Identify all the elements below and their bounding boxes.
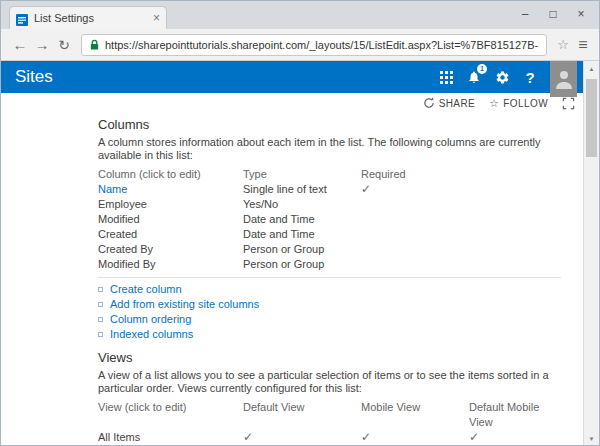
column-name-link[interactable]: Created By [98, 242, 243, 257]
browser-toolbar: ← → ↻ https://sharepointtutorials.sharep… [1, 29, 600, 61]
required-check-icon [361, 212, 561, 227]
columns-table-header: Column (click to edit) Type Required [98, 167, 561, 182]
browser-tab[interactable]: List Settings × [9, 6, 167, 29]
required-check-icon [361, 257, 561, 272]
mobile-view-check-icon: ✓ [361, 430, 469, 445]
link-label: Column ordering [110, 312, 191, 327]
column-row: Employee Yes/No [98, 197, 561, 212]
columns-description: A column stores information about each i… [98, 136, 561, 162]
column-type: Date and Time [243, 227, 361, 242]
link-label: Add from existing site columns [110, 297, 259, 312]
column-row: Created Date and Time [98, 227, 561, 242]
header-column-type: Type [243, 167, 361, 182]
user-avatar[interactable] [550, 61, 577, 97]
share-button[interactable]: SHARE [423, 97, 475, 109]
maximize-button[interactable]: □ [539, 1, 567, 27]
app-launcher-button[interactable] [432, 61, 460, 93]
column-row: Modified By Person or Group [98, 257, 561, 272]
site-title: Sites [1, 67, 432, 87]
views-description: A view of a list allows you to see a par… [98, 369, 561, 395]
page-body: SHARE ☆ FOLLOW Columns A column stores i… [1, 93, 585, 446]
vertical-scrollbar[interactable]: ▲ ▼ [583, 61, 599, 446]
follow-button[interactable]: ☆ FOLLOW [489, 97, 548, 110]
views-table: View (click to edit) Default View Mobile… [98, 400, 561, 445]
views-section: Views A view of a list allows you to see… [98, 350, 561, 446]
column-name-link[interactable]: Modified By [98, 257, 243, 272]
bookmark-star-icon[interactable]: ☆ [553, 37, 573, 52]
column-row: Name Single line of text ✓ [98, 182, 561, 197]
share-label: SHARE [439, 98, 475, 109]
scroll-up-icon[interactable]: ▲ [584, 61, 599, 77]
forward-icon[interactable]: → [31, 30, 53, 60]
view-name-link[interactable]: All Items [98, 430, 243, 445]
scrollbar-thumb[interactable] [586, 79, 597, 157]
view-row: All Items ✓ ✓ ✓ [98, 430, 561, 445]
required-check-icon [361, 227, 561, 242]
help-button[interactable]: ? [516, 61, 544, 93]
column-name-link[interactable]: Created [98, 227, 243, 242]
column-type: Person or Group [243, 257, 361, 272]
add-from-existing-site-columns-link[interactable]: Add from existing site columns [98, 297, 561, 312]
settings-content: Columns A column stores information abou… [1, 113, 585, 446]
header-default-view: Default View [243, 400, 361, 430]
waffle-icon [440, 71, 453, 84]
focus-icon [562, 97, 575, 110]
focus-on-content-button[interactable] [562, 97, 575, 110]
square-bullet-icon [98, 332, 103, 337]
notifications-button[interactable]: 1 [460, 61, 488, 93]
url-text: https://sharepointtutorials.sharepoint.c… [105, 39, 539, 51]
page-actions: SHARE ☆ FOLLOW [1, 93, 585, 113]
link-label: Indexed columns [110, 327, 193, 342]
header-column-required: Required [361, 167, 561, 182]
suite-bar: Sites 1 ? [1, 61, 585, 93]
columns-links: Create column Add from existing site col… [98, 277, 561, 342]
tab-close-icon[interactable]: × [153, 11, 160, 25]
notification-badge: 1 [477, 64, 487, 74]
square-bullet-icon [98, 287, 103, 292]
back-icon[interactable]: ← [9, 30, 31, 60]
default-view-check-icon: ✓ [243, 430, 361, 445]
follow-star-icon: ☆ [489, 97, 499, 110]
person-icon [554, 67, 574, 91]
close-button[interactable]: × [567, 1, 595, 27]
header-mobile-view: Mobile View [361, 400, 469, 430]
column-type: Yes/No [243, 197, 361, 212]
suite-icons: 1 ? [432, 61, 585, 93]
column-name-link[interactable]: Employee [98, 197, 243, 212]
refresh-icon[interactable]: ↻ [53, 30, 75, 60]
address-bar[interactable]: https://sharepointtutorials.sharepoint.c… [81, 34, 547, 56]
header-default-mobile-view: Default Mobile View [469, 400, 561, 430]
column-name-link[interactable]: Modified [98, 212, 243, 227]
minimize-button[interactable]: – [511, 1, 539, 27]
column-ordering-link[interactable]: Column ordering [98, 312, 561, 327]
default-mobile-view-check-icon: ✓ [469, 430, 561, 445]
lock-icon [89, 39, 100, 51]
column-row: Created By Person or Group [98, 242, 561, 257]
link-label: Create column [110, 282, 182, 297]
browser-window: List Settings × – □ × ← → ↻ https://shar… [0, 0, 600, 446]
help-icon: ? [525, 69, 534, 86]
create-column-link[interactable]: Create column [98, 282, 561, 297]
sharepoint-favicon-icon [16, 12, 28, 24]
square-bullet-icon [98, 317, 103, 322]
share-icon [423, 97, 435, 109]
column-type: Date and Time [243, 212, 361, 227]
square-bullet-icon [98, 302, 103, 307]
columns-table: Column (click to edit) Type Required Nam… [98, 167, 561, 272]
scroll-down-icon[interactable]: ▼ [584, 431, 599, 446]
indexed-columns-link[interactable]: Indexed columns [98, 327, 561, 342]
header-view-name: View (click to edit) [98, 400, 243, 430]
tab-bar: List Settings × – □ × [1, 1, 600, 29]
column-type: Person or Group [243, 242, 361, 257]
column-name-link[interactable]: Name [98, 182, 243, 197]
columns-section-title: Columns [98, 117, 561, 132]
window-controls: – □ × [511, 1, 595, 27]
header-column-name: Column (click to edit) [98, 167, 243, 182]
settings-button[interactable] [488, 61, 516, 93]
follow-label: FOLLOW [503, 98, 548, 109]
views-table-header: View (click to edit) Default View Mobile… [98, 400, 561, 430]
tab-title: List Settings [34, 12, 149, 24]
gear-icon [495, 70, 510, 85]
column-row: Modified Date and Time [98, 212, 561, 227]
menu-icon[interactable]: ≡ [573, 36, 593, 54]
